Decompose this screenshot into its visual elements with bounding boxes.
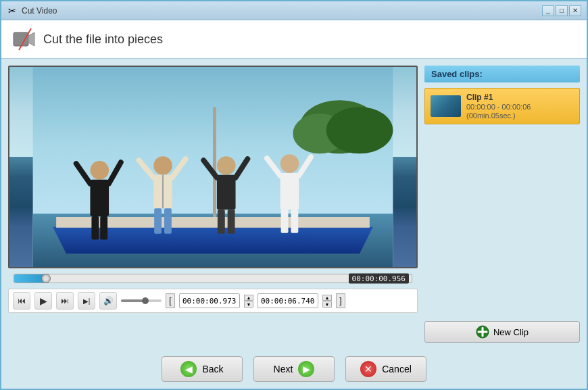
clip-name: Clip #1 [466, 93, 531, 102]
saved-clips-header: Saved clips: [424, 66, 580, 82]
cancel-button[interactable]: ✕ Cancel [345, 356, 426, 382]
maximize-button[interactable]: □ [556, 5, 568, 16]
svg-rect-9 [213, 107, 216, 217]
app-icon: ✂ [7, 5, 18, 16]
back-icon: ◀ [180, 361, 197, 377]
svg-rect-34 [281, 210, 289, 233]
page-header: Cut the file into pieces [1, 20, 587, 59]
end-time-spinner: ▲ ▼ [322, 295, 332, 308]
timeline-thumb[interactable] [41, 274, 51, 283]
window-controls: _ □ ✕ [542, 5, 581, 16]
start-time-spinner: ▲ ▼ [244, 295, 253, 308]
svg-rect-15 [100, 216, 107, 240]
volume-button[interactable]: 🔊 [99, 292, 117, 310]
clips-list: Clip #1 00:00:00 - 00:00:06 (00min.05sec… [424, 88, 580, 316]
start-time-input[interactable] [179, 293, 240, 308]
next-label: Next [274, 364, 293, 374]
svg-rect-25 [217, 175, 236, 210]
list-item[interactable]: Clip #1 00:00:00 - 00:00:06 (00min.05sec… [424, 88, 580, 124]
saved-clips-label: Saved clips: [431, 69, 483, 79]
new-clip-label: New Clip [493, 327, 529, 337]
next-button[interactable]: Next ▶ [253, 356, 335, 382]
clip-thumbnail [431, 95, 461, 117]
end-time-up[interactable]: ▲ [322, 295, 332, 301]
svg-point-10 [90, 161, 109, 180]
skip-back-button[interactable]: ⏮ [13, 292, 30, 310]
svg-point-30 [280, 154, 299, 173]
page-title: Cut the file into pieces [43, 32, 163, 47]
start-time-up[interactable]: ▲ [244, 295, 253, 301]
clip-time-range: 00:00:00 - 00:00:06 [466, 103, 531, 111]
svg-rect-28 [218, 210, 225, 234]
video-preview [8, 66, 418, 268]
close-button[interactable]: ✕ [569, 5, 581, 16]
new-clip-button[interactable]: New Clip [424, 321, 580, 343]
title-bar: ✂ Cut Video _ □ ✕ [1, 1, 587, 20]
end-time-down[interactable]: ▼ [322, 301, 332, 308]
plus-icon [476, 325, 489, 339]
end-time-input[interactable] [258, 293, 318, 308]
footer: ◀ Back Next ▶ ✕ Cancel [1, 349, 587, 389]
header-icon [12, 27, 36, 51]
next-icon: ▶ [298, 361, 314, 377]
skip-forward-button[interactable]: ⏭ [56, 292, 74, 310]
back-label: Back [202, 364, 223, 374]
start-bracket-button[interactable]: [ [166, 293, 175, 308]
cancel-icon: ✕ [360, 361, 376, 377]
start-time-down[interactable]: ▼ [244, 301, 253, 308]
current-time-display: 00:00:00.956 [349, 274, 409, 284]
title-bar-text: Cut Video [22, 6, 542, 16]
volume-slider[interactable] [121, 299, 162, 302]
svg-rect-14 [91, 216, 99, 240]
back-button[interactable]: ◀ Back [162, 356, 243, 382]
main-content: 00:00:00.956 ⏮ ▶ ⏭ ▶| 🔊 [1, 59, 587, 349]
svg-point-6 [326, 107, 393, 153]
timeline-bar[interactable]: 00:00:00.956 [14, 274, 412, 283]
step-forward-button[interactable]: ▶| [78, 292, 95, 310]
svg-rect-35 [291, 210, 298, 233]
left-panel: 00:00:00.956 ⏮ ▶ ⏭ ▶| 🔊 [8, 66, 418, 343]
cancel-label: Cancel [382, 364, 412, 374]
minimize-button[interactable]: _ [542, 5, 554, 16]
play-button[interactable]: ▶ [34, 292, 52, 310]
svg-rect-11 [90, 180, 109, 216]
svg-rect-0 [14, 32, 28, 46]
svg-point-16 [153, 156, 172, 175]
clip-info: Clip #1 00:00:00 - 00:00:06 (00min.05sec… [466, 93, 531, 120]
timeline-container: 00:00:00.956 [11, 274, 415, 283]
volume-thumb [142, 297, 149, 304]
svg-rect-31 [280, 173, 299, 210]
svg-rect-22 [154, 208, 162, 233]
svg-marker-1 [28, 32, 34, 46]
clip-duration: (00min.05sec.) [466, 112, 531, 120]
right-panel: Saved clips: Clip #1 00:00:00 - 00:00:06… [424, 66, 580, 343]
main-window: ✂ Cut Video _ □ ✕ Cut the file into piec… [0, 0, 588, 390]
controls-bar: ⏮ ▶ ⏭ ▶| 🔊 [ ▲ [8, 289, 418, 313]
svg-point-24 [217, 156, 236, 175]
end-bracket-button[interactable]: ] [336, 293, 345, 308]
svg-rect-29 [228, 210, 235, 234]
svg-rect-23 [164, 208, 172, 233]
